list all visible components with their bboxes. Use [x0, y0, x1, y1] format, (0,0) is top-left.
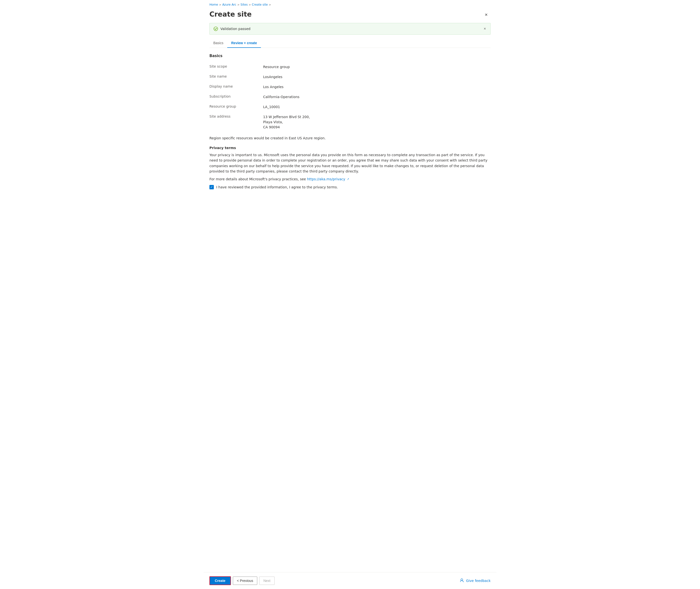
field-label-display-name: Display name	[209, 84, 263, 88]
breadcrumb-sep-2: >	[237, 3, 239, 6]
privacy-link-line: For more details about Microsoft's priva…	[209, 177, 491, 181]
breadcrumb-home[interactable]: Home	[209, 3, 218, 6]
privacy-link[interactable]: https://aka.ms/privacy	[307, 177, 345, 181]
validation-banner: Validation passed ×	[209, 23, 491, 35]
field-value-site-scope: Resource group	[263, 64, 491, 69]
breadcrumb-azure-arc[interactable]: Azure Arc	[222, 3, 236, 6]
field-resource-group: Resource group LA_10001	[209, 102, 491, 112]
field-subscription: Subscription California-Operations	[209, 92, 491, 102]
tab-basics[interactable]: Basics	[209, 38, 227, 48]
field-site-scope: Site scope Resource group	[209, 62, 491, 72]
privacy-checkbox-row: I have reviewed the provided information…	[209, 185, 491, 189]
previous-button[interactable]: < Previous	[233, 577, 257, 585]
breadcrumb-create-site[interactable]: Create site	[252, 3, 268, 6]
field-value-site-name: LosAngeles	[263, 74, 491, 79]
external-link-icon: ↗	[347, 178, 349, 181]
field-value-display-name: Los Angeles	[263, 84, 491, 89]
breadcrumb-sep-3: >	[249, 3, 251, 6]
feedback-icon	[459, 578, 464, 584]
svg-point-0	[214, 27, 218, 31]
page-title: Create site	[209, 10, 251, 18]
privacy-section: Privacy terms Your privacy is important …	[209, 146, 491, 189]
create-button[interactable]: Create	[209, 576, 231, 585]
field-value-subscription: California-Operations	[263, 94, 491, 100]
region-note: Region specific resources would be creat…	[209, 136, 491, 140]
footer: Create < Previous Next Give feedback	[204, 572, 496, 589]
validation-left: Validation passed	[213, 27, 250, 31]
field-label-subscription: Subscription	[209, 94, 263, 98]
privacy-text: Your privacy is important to us. Microso…	[209, 152, 491, 174]
privacy-title: Privacy terms	[209, 146, 491, 150]
footer-left: Create < Previous Next	[209, 576, 275, 585]
field-label-site-name: Site name	[209, 74, 263, 78]
next-button: Next	[259, 577, 275, 585]
give-feedback-label: Give feedback	[466, 579, 491, 583]
field-value-site-address: 13 W Jefferson Blvd St 200,Playa Vista,C…	[263, 115, 491, 130]
privacy-checkbox-label[interactable]: I have reviewed the provided information…	[216, 185, 338, 189]
breadcrumb-sep-4: >	[269, 3, 271, 6]
privacy-checkbox[interactable]	[209, 185, 214, 189]
breadcrumb-sep-1: >	[219, 3, 221, 6]
breadcrumb-sites[interactable]: Sites	[240, 3, 247, 6]
close-button[interactable]: ×	[482, 10, 491, 19]
field-label-resource-group: Resource group	[209, 105, 263, 108]
validation-icon	[213, 27, 218, 31]
field-label-site-scope: Site scope	[209, 64, 263, 68]
page-header: Create site ×	[204, 8, 496, 23]
field-site-address: Site address 13 W Jefferson Blvd St 200,…	[209, 112, 491, 132]
field-value-resource-group: LA_10001	[263, 105, 491, 110]
basics-section-title: Basics	[209, 54, 491, 58]
field-display-name: Display name Los Angeles	[209, 82, 491, 92]
field-site-name: Site name LosAngeles	[209, 72, 491, 82]
give-feedback-link[interactable]: Give feedback	[459, 578, 491, 584]
field-label-site-address: Site address	[209, 115, 263, 118]
breadcrumb: Home > Azure Arc > Sites > Create site >	[204, 0, 496, 8]
tabs-container: Basics Review + create	[209, 38, 491, 48]
validation-close-button[interactable]: ×	[483, 26, 487, 31]
page-container: Home > Azure Arc > Sites > Create site >…	[204, 0, 496, 589]
privacy-link-prefix: For more details about Microsoft's priva…	[209, 177, 307, 181]
tab-review-create[interactable]: Review + create	[227, 38, 261, 48]
main-content: Basics Site scope Resource group Site na…	[204, 48, 496, 572]
validation-text: Validation passed	[220, 27, 250, 31]
